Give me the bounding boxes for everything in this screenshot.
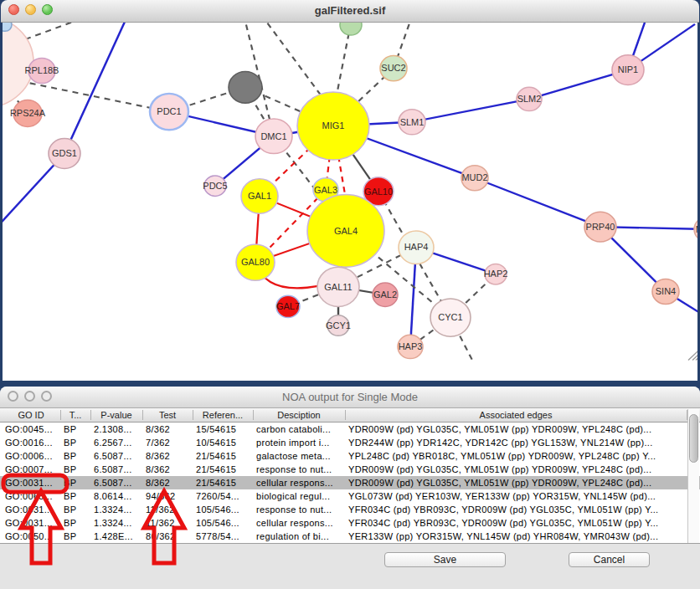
- network-edge[interactable]: [261, 23, 325, 100]
- network-canvas[interactable]: RPL18BRPS24AGDS1PDC1DMC1MIG1SUC2SLM1SLM2…: [3, 23, 697, 381]
- network-edge[interactable]: [475, 178, 600, 227]
- table-row[interactable]: GO:0031...BP1.3324...11/362105/546...res…: [0, 503, 700, 516]
- column-header-desciption[interactable]: Desciption: [253, 408, 345, 422]
- table-cell[interactable]: GO:0031...: [5, 516, 60, 530]
- save-button[interactable]: Save: [384, 552, 506, 567]
- zoom-button-inactive[interactable]: [41, 391, 52, 402]
- table-cell[interactable]: cellular respons...: [256, 476, 345, 489]
- table-cell[interactable]: protein import i...: [256, 436, 345, 449]
- table-cell[interactable]: YER133W (pp) YOR315W, YNL145W (pd) YHR08…: [348, 530, 687, 543]
- noa-window-titlebar[interactable]: NOA output for Single Mode: [0, 387, 700, 408]
- column-separator[interactable]: [193, 410, 193, 420]
- table-cell[interactable]: YDR009W (pd) YGL035C, YML051W (pp) YDR00…: [348, 423, 687, 436]
- table-cell[interactable]: 10/54615: [196, 436, 253, 449]
- table-cell[interactable]: GO:0016...: [5, 436, 60, 449]
- table-cell[interactable]: 11/362: [146, 516, 193, 530]
- table-cell[interactable]: BP: [64, 423, 90, 436]
- table-cell[interactable]: GO:0065...: [5, 489, 60, 503]
- table-cell[interactable]: GO:0050...: [5, 530, 60, 543]
- table-cell[interactable]: 105/546...: [196, 503, 253, 516]
- table-row[interactable]: GO:0007...BP6.5087...8/36221/54615respon…: [0, 463, 700, 476]
- table-row[interactable]: GO:0031...BP1.3324...11/362105/546...cel…: [0, 516, 700, 530]
- column-header-goid[interactable]: GO ID: [2, 408, 60, 422]
- table-cell[interactable]: 21/54615: [196, 449, 253, 463]
- column-separator[interactable]: [60, 410, 61, 420]
- table-cell[interactable]: galactose meta...: [256, 449, 345, 463]
- table-cell[interactable]: BP: [64, 516, 90, 530]
- table-cell[interactable]: 1.3324...: [94, 516, 142, 530]
- table-cell[interactable]: 21/54615: [196, 463, 253, 476]
- table-row[interactable]: GO:0045...BP2.1308...8/36215/54615carbon…: [0, 423, 700, 436]
- table-cell[interactable]: cellular respons...: [256, 516, 345, 530]
- table-cell[interactable]: carbon cataboli...: [256, 423, 345, 436]
- table-cell[interactable]: 105/546...: [196, 516, 253, 530]
- table-row[interactable]: GO:0016...BP6.2567...7/36210/54615protei…: [0, 436, 700, 449]
- network-graph[interactable]: RPL18BRPS24AGDS1PDC1DMC1MIG1SUC2SLM1SLM2…: [3, 23, 697, 381]
- column-header-referen[interactable]: Referen...: [193, 408, 253, 422]
- cancel-button[interactable]: Cancel: [569, 552, 650, 567]
- table-cell[interactable]: BP: [64, 503, 90, 516]
- table-row[interactable]: GO:0006...BP6.5087...8/36221/54615galact…: [0, 449, 700, 463]
- network-edge[interactable]: [412, 99, 529, 121]
- zoom-button[interactable]: [42, 4, 53, 15]
- table-cell[interactable]: 8/362: [146, 423, 193, 436]
- resize-grip[interactable]: [688, 351, 697, 360]
- table-cell[interactable]: GO:0045...: [5, 423, 60, 436]
- table-row[interactable]: GO:0031...BP6.5087...8/36221/54615cellul…: [0, 476, 700, 489]
- column-header-pvalue[interactable]: P-value: [90, 408, 142, 422]
- table-cell[interactable]: BP: [64, 436, 90, 449]
- table-cell[interactable]: GO:0031...: [5, 476, 60, 489]
- resize-grip[interactable]: [696, 358, 697, 361]
- table-cell[interactable]: 7/362: [146, 436, 193, 449]
- table-cell[interactable]: BP: [64, 463, 90, 476]
- table-row[interactable]: GO:0065...BP8.0614...94/3627260/54...bio…: [0, 489, 700, 503]
- minimize-button-inactive[interactable]: [24, 391, 35, 402]
- table-cell[interactable]: YFR034C (pd) YBR093C, YDR009W (pd) YGL03…: [348, 516, 687, 530]
- column-separator[interactable]: [345, 410, 346, 420]
- table-cell[interactable]: BP: [64, 489, 90, 503]
- table-row[interactable]: GO:0050...BP1.428E...80/3625778/54...reg…: [0, 530, 700, 543]
- close-button[interactable]: [8, 4, 19, 15]
- column-separator[interactable]: [90, 410, 91, 420]
- table-cell[interactable]: GO:0031...: [5, 503, 60, 516]
- table-cell[interactable]: 80/362: [146, 530, 193, 543]
- table-cell[interactable]: BP: [64, 530, 90, 543]
- table-cell[interactable]: 21/54615: [196, 476, 253, 489]
- table-cell[interactable]: response to nut...: [256, 503, 345, 516]
- table-cell[interactable]: YPL248C (pd) YBR018C, YML051W (pp) YDR00…: [348, 449, 687, 463]
- table-cell[interactable]: 6.2567...: [94, 436, 142, 449]
- table-cell[interactable]: YDR009W (pd) YGL035C, YML051W (pp) YDR00…: [348, 476, 687, 489]
- column-header-associatededges[interactable]: Associated edges: [345, 408, 687, 422]
- close-button-inactive[interactable]: [8, 391, 18, 402]
- table-cell[interactable]: 94/362: [146, 489, 193, 503]
- node-unlabeled[interactable]: [229, 71, 262, 103]
- table-scrollbar-thumb[interactable]: [689, 414, 698, 463]
- table-cell[interactable]: regulation of bi...: [256, 530, 345, 543]
- column-separator[interactable]: [142, 410, 143, 420]
- column-header-t[interactable]: T...: [60, 408, 90, 422]
- table-cell[interactable]: 8/362: [146, 476, 193, 489]
- network-edge[interactable]: [19, 81, 169, 112]
- table-cell[interactable]: 1.3324...: [94, 503, 142, 516]
- table-cell[interactable]: 7260/54...: [196, 489, 253, 503]
- table-cell[interactable]: 6.5087...: [94, 476, 142, 489]
- network-edge[interactable]: [64, 23, 127, 153]
- table-cell[interactable]: BP: [64, 476, 90, 489]
- table-cell[interactable]: GO:0007...: [5, 463, 60, 476]
- column-header-test[interactable]: Test: [142, 408, 193, 422]
- table-cell[interactable]: YDR009W (pd) YGL035C, YML051W (pp) YDR00…: [348, 463, 687, 476]
- table-cell[interactable]: 1.428E...: [94, 530, 142, 543]
- table-cell[interactable]: BP: [64, 449, 90, 463]
- table-scrollbar[interactable]: [687, 409, 699, 543]
- minimize-button[interactable]: [25, 4, 36, 15]
- column-separator[interactable]: [253, 410, 254, 420]
- table-cell[interactable]: 6.5087...: [94, 463, 142, 476]
- table-cell[interactable]: 2.1308...: [94, 423, 142, 436]
- table-cell[interactable]: 8/362: [146, 463, 193, 476]
- table-cell[interactable]: 8/362: [146, 449, 193, 463]
- table-cell[interactable]: YGL073W (pd) YER103W, YER133W (pp) YOR31…: [348, 489, 687, 503]
- table-cell[interactable]: 15/54615: [196, 423, 253, 436]
- table-cell[interactable]: biological regul...: [256, 489, 345, 503]
- table-cell[interactable]: 5778/54...: [196, 530, 253, 543]
- table-cell[interactable]: YDR244W (pp) YDR142C, YDR142C (pp) YGL15…: [348, 436, 687, 449]
